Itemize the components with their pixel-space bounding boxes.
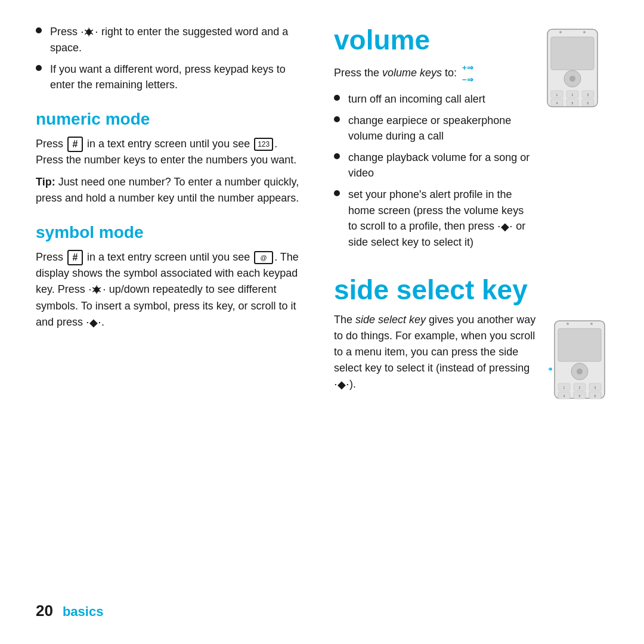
sym-icon: @ [254, 251, 273, 264]
numeric-mode-body: Press # in a text entry screen until you… [36, 136, 304, 168]
svg-text:3: 3 [587, 93, 589, 97]
sel-key-icon-side: ⋅◆⋅ [334, 379, 349, 391]
svg-rect-1 [551, 37, 594, 70]
svg-rect-21 [558, 329, 601, 361]
volume-intro: Press the volume keys to: +⇒ −⇒ [334, 62, 534, 85]
symbol-mode-section: symbol mode Press # in a text entry scre… [36, 223, 304, 331]
bullet-dot [334, 153, 340, 159]
nav-key-icon-2: ⋅🟋⋅ [88, 284, 106, 296]
intro-bullet-1: Press ⋅🟋⋅ right to enter the suggested w… [36, 24, 304, 55]
right-column: volume Press the volume keys to: +⇒ −⇒ t… [328, 24, 608, 608]
bullet-dot [334, 190, 340, 196]
volume-bullet-4-text: set your phone's alert profile in the ho… [348, 187, 534, 250]
volume-phone-svg: 1 2 3 4 5 6 + - [543, 26, 602, 110]
vol-plus-arrow: +⇒ [462, 62, 473, 74]
volume-bullets-area: Press the volume keys to: +⇒ −⇒ turn off… [334, 62, 534, 256]
sel-key-icon-vol: ⋅◆⋅ [497, 221, 513, 233]
hash-icon: # [67, 137, 83, 152]
side-select-para: The side select key gives you another wa… [334, 312, 543, 393]
volume-section: volume Press the volume keys to: +⇒ −⇒ t… [334, 24, 608, 256]
bullet-dot [334, 95, 340, 101]
svg-point-3 [569, 76, 575, 82]
svg-point-17 [583, 31, 586, 33]
svg-point-37 [590, 323, 593, 325]
svg-text:1: 1 [556, 93, 558, 97]
intro-bullet-2: If you want a different word, press keyp… [36, 61, 304, 92]
svg-point-23 [577, 369, 583, 374]
nav-key-icon: ⋅🟋⋅ [80, 26, 98, 38]
side-select-phone-image: 1 2 3 4 5 6 ⇒ [549, 318, 608, 407]
svg-text:6: 6 [595, 394, 596, 398]
volume-bullet-4: set your phone's alert profile in the ho… [334, 187, 534, 250]
volume-bullet-3: change playback volume for a song or vid… [334, 150, 534, 181]
svg-text:5: 5 [572, 101, 574, 105]
svg-text:2: 2 [579, 386, 581, 389]
bullet-dot [36, 27, 42, 33]
volume-content: Press the volume keys to: +⇒ −⇒ turn off… [334, 62, 608, 256]
svg-text:3: 3 [595, 386, 596, 389]
numeric-mode-section: numeric mode Press # in a text entry scr… [36, 110, 304, 206]
intro-bullet-list: Press ⋅🟋⋅ right to enter the suggested w… [36, 24, 304, 93]
volume-keys-italic: volume keys [382, 67, 442, 79]
svg-text:⇒: ⇒ [549, 365, 552, 373]
left-column: Press ⋅🟋⋅ right to enter the suggested w… [36, 24, 328, 608]
page-number: 20 [36, 602, 53, 620]
tip-label: Tip: [36, 176, 55, 188]
volume-bullet-list: turn off an incoming call alert change e… [334, 91, 534, 250]
side-select-italic: side select key [355, 314, 426, 326]
svg-text:4: 4 [564, 394, 565, 398]
volume-bullet-2-text: change earpiece or speakerphone volume d… [348, 113, 534, 144]
side-select-body: The side select key gives you another wa… [334, 312, 608, 407]
icon-123: 123 [254, 138, 273, 151]
side-select-text: The side select key gives you another wa… [334, 312, 543, 399]
vol-minus-arrow: −⇒ [462, 74, 473, 86]
side-select-heading: side select key [334, 274, 608, 306]
symbol-mode-heading: symbol mode [36, 223, 304, 242]
hash-icon-2: # [67, 250, 83, 265]
bullet-dot [334, 116, 340, 122]
sel-key-icon: ⋅◆⋅ [86, 317, 101, 329]
volume-bullet-1: turn off an incoming call alert [334, 91, 534, 107]
numeric-mode-heading: numeric mode [36, 110, 304, 129]
svg-text:4: 4 [556, 101, 558, 105]
volume-bullet-1-text: turn off an incoming call alert [348, 91, 534, 107]
volume-bullet-2: change earpiece or speakerphone volume d… [334, 113, 534, 144]
section-label: basics [63, 604, 104, 620]
svg-text:6: 6 [587, 101, 589, 105]
intro-bullet-2-text: If you want a different word, press keyp… [50, 61, 304, 92]
svg-point-36 [566, 323, 569, 325]
volume-bullet-3-text: change playback volume for a song or vid… [348, 150, 534, 181]
footer: 20 basics [36, 602, 103, 620]
volume-phone-image: 1 2 3 4 5 6 + - [543, 26, 608, 113]
symbol-mode-body: Press # in a text entry screen until you… [36, 249, 304, 331]
svg-point-16 [559, 31, 562, 33]
svg-text:1: 1 [564, 386, 565, 389]
svg-text:5: 5 [579, 394, 581, 398]
numeric-tip: Tip: Just need one number? To enter a nu… [36, 174, 304, 206]
bullet-dot [36, 65, 42, 71]
intro-bullet-1-text: Press ⋅🟋⋅ right to enter the suggested w… [50, 24, 304, 55]
side-select-section: side select key The side select key give… [334, 274, 608, 407]
svg-text:2: 2 [572, 93, 574, 97]
side-select-phone-svg: 1 2 3 4 5 6 ⇒ [549, 318, 611, 404]
